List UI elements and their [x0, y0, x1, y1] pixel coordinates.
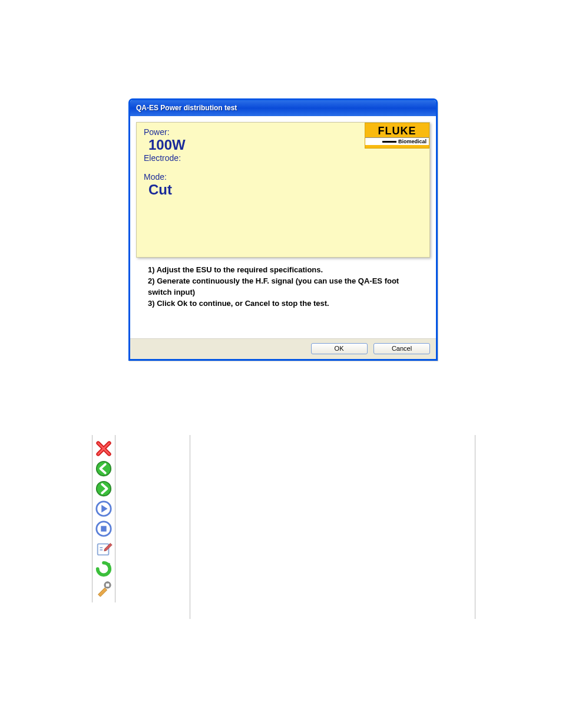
- svg-rect-4: [101, 526, 106, 531]
- svg-point-1: [97, 482, 111, 496]
- mode-label: Mode:: [144, 172, 422, 182]
- electrode-label: Electrode:: [144, 153, 422, 163]
- fluke-logo: FLUKE Biomedical: [365, 123, 429, 149]
- cancel-button[interactable]: Cancel: [373, 343, 430, 354]
- back-icon[interactable]: [95, 460, 113, 477]
- info-panel: FLUKE Biomedical Power: 100W Electrode: …: [136, 122, 430, 258]
- vertical-toolbar: [92, 435, 115, 602]
- logo-sub-text: Biomedical: [365, 137, 429, 145]
- forward-icon[interactable]: [95, 480, 113, 498]
- instruction-line: 3) Click Ok to continue, or Cancel to st…: [148, 298, 418, 309]
- instructions-block: 1) Adjust the ESU to the required specif…: [130, 262, 436, 338]
- button-bar: OK Cancel: [130, 338, 436, 359]
- mode-value: Cut: [148, 182, 422, 198]
- settings-tool-icon[interactable]: [95, 580, 113, 598]
- logo-brand-text: FLUKE: [365, 123, 429, 137]
- stop-icon[interactable]: [95, 520, 113, 538]
- divider: [190, 435, 190, 619]
- ok-button[interactable]: OK: [311, 343, 368, 354]
- close-icon[interactable]: [95, 440, 113, 457]
- titlebar[interactable]: QA-ES Power distribution test: [130, 100, 436, 116]
- svg-point-0: [97, 462, 111, 476]
- dialog-window: QA-ES Power distribution test FLUKE Biom…: [128, 98, 438, 361]
- refresh-down-icon[interactable]: [95, 560, 113, 578]
- instruction-line: 2) Generate continuously the H.F. signal…: [148, 276, 418, 298]
- instruction-line: 1) Adjust the ESU to the required specif…: [148, 265, 418, 276]
- edit-note-icon[interactable]: [95, 540, 113, 558]
- play-icon[interactable]: [95, 500, 113, 518]
- divider: [475, 435, 475, 619]
